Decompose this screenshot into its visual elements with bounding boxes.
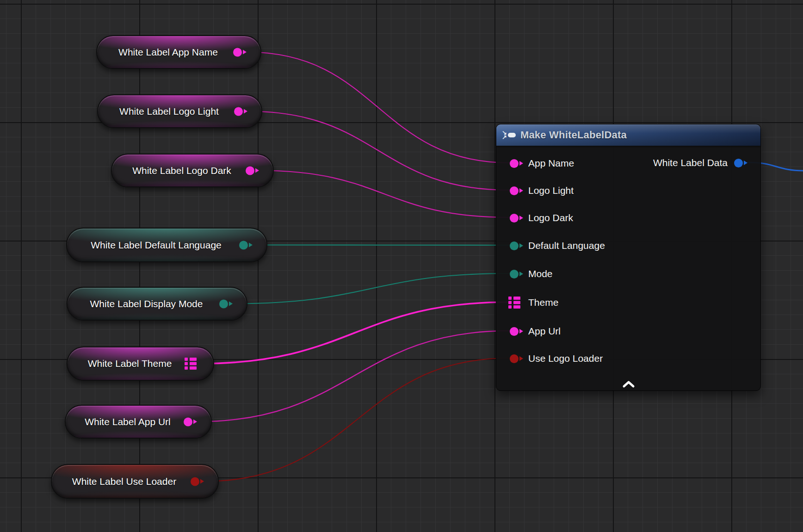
node-header[interactable]: ↘↗ Make WhiteLabelData <box>496 124 760 146</box>
wire-app-url[interactable] <box>197 331 510 422</box>
variable-node-white-label-app-url[interactable]: White Label App Url <box>65 405 212 439</box>
variable-node-white-label-app-name[interactable]: White Label App Name <box>96 35 261 69</box>
string-input-pin[interactable] <box>510 159 519 168</box>
struct-output-pin[interactable] <box>734 159 743 167</box>
variable-node-label: White Label App Url <box>72 406 183 438</box>
variable-node-label: White Label Use Loader <box>58 465 190 498</box>
string-output-pin[interactable] <box>233 48 242 56</box>
string-output-pin[interactable] <box>246 166 254 175</box>
string-output-pin[interactable] <box>184 417 192 426</box>
wire-logo-dark[interactable] <box>259 171 510 218</box>
input-pin-label: Logo Dark <box>528 212 573 223</box>
output-row-white-label-data[interactable]: White Label Data <box>653 154 743 172</box>
blueprint-graph-canvas[interactable]: White Label App Name White Label Logo Li… <box>0 0 803 532</box>
variable-node-white-label-use-loader[interactable]: White Label Use Loader <box>51 464 219 499</box>
struct-pin-icon[interactable] <box>185 358 197 370</box>
bool-output-pin[interactable] <box>191 477 199 486</box>
variable-node-white-label-theme[interactable]: White Label Theme <box>67 346 214 381</box>
string-input-pin[interactable] <box>510 327 519 336</box>
wire-default-language[interactable] <box>253 245 510 246</box>
input-pin-label: App Name <box>528 158 574 169</box>
make-whitelabeldata-node[interactable]: ↘↗ Make WhiteLabelData App Name Logo Lig… <box>496 124 761 391</box>
output-pin-label: White Label Data <box>653 157 728 168</box>
input-row-logo-light[interactable]: Logo Light <box>496 181 574 200</box>
variable-node-label: White Label App Name <box>104 36 233 68</box>
variable-node-label: White Label Logo Light <box>105 95 234 127</box>
struct-pin-icon[interactable] <box>508 297 520 309</box>
wire-mode[interactable] <box>233 273 510 304</box>
string-input-pin[interactable] <box>510 214 519 223</box>
wire-logo-light[interactable] <box>247 111 510 191</box>
wire-theme[interactable] <box>199 302 510 364</box>
variable-node-white-label-default-language[interactable]: White Label Default Language <box>66 228 267 262</box>
enum-input-pin[interactable] <box>510 270 519 278</box>
input-row-app-url[interactable]: App Url <box>496 322 561 340</box>
input-row-logo-dark[interactable]: Logo Dark <box>496 209 573 227</box>
string-output-pin[interactable] <box>234 107 243 116</box>
input-pin-label: App Url <box>528 326 561 337</box>
variable-node-label: White Label Display Mode <box>74 288 219 320</box>
input-pin-label: Use Logo Loader <box>528 353 603 364</box>
enum-output-pin[interactable] <box>219 299 228 308</box>
input-row-theme[interactable]: Theme <box>496 293 558 312</box>
input-row-app-name[interactable]: App Name <box>496 154 574 173</box>
wire-app-name[interactable] <box>247 52 510 163</box>
variable-node-label: White Label Logo Dark <box>118 155 245 186</box>
bool-input-pin[interactable] <box>510 354 519 363</box>
variable-node-white-label-logo-light[interactable]: White Label Logo Light <box>97 94 262 128</box>
input-pin-label: Default Language <box>528 240 605 251</box>
input-pin-label: Theme <box>528 297 558 308</box>
input-pin-label: Mode <box>528 268 553 279</box>
input-pin-label: Logo Light <box>528 185 574 196</box>
input-row-use-logo-loader[interactable]: Use Logo Loader <box>496 349 603 368</box>
input-row-default-language[interactable]: Default Language <box>496 236 605 255</box>
variable-node-label: White Label Theme <box>74 347 185 380</box>
variable-node-white-label-logo-dark[interactable]: White Label Logo Dark <box>111 154 274 187</box>
input-row-mode[interactable]: Mode <box>496 265 553 283</box>
enum-input-pin[interactable] <box>510 241 519 250</box>
chevron-up-icon[interactable] <box>622 380 636 388</box>
string-input-pin[interactable] <box>510 186 519 195</box>
make-struct-icon: ↘↗ <box>502 130 516 140</box>
variable-node-label: White Label Default Language <box>74 229 239 261</box>
variable-node-white-label-display-mode[interactable]: White Label Display Mode <box>67 287 247 321</box>
node-title: Make WhiteLabelData <box>520 129 627 141</box>
enum-output-pin[interactable] <box>239 241 248 249</box>
wire-use-logo-loader[interactable] <box>204 358 510 482</box>
